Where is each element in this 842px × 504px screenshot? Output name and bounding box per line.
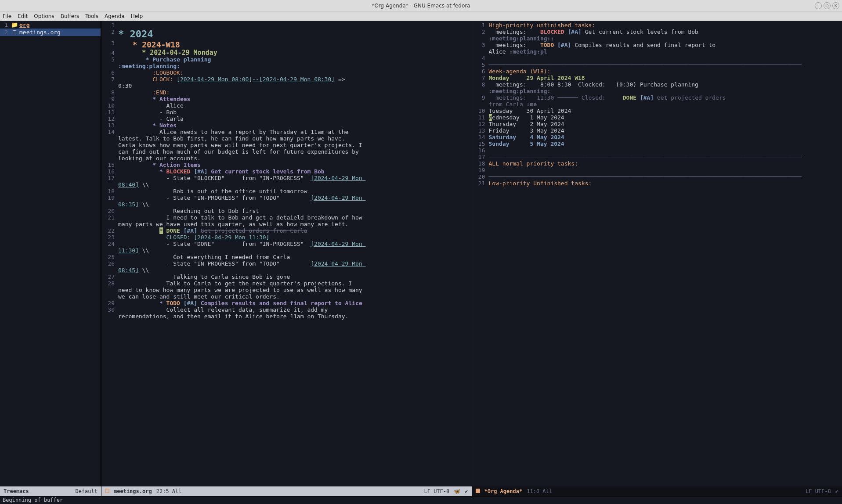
line-number: 29 — [101, 300, 118, 306]
line-content: CLOCK: [2024-04-29 Mon 08:00]--[2024-04-… — [118, 76, 364, 89]
line-number: 15 — [472, 140, 489, 147]
menu-file[interactable]: File — [3, 13, 11, 19]
save-icon — [105, 488, 109, 494]
code-line[interactable]: 18 Bob is out of the office until tomorr… — [101, 188, 472, 194]
line-content: Thursday 2 May 2024 — [489, 121, 735, 127]
line-number: 11 — [472, 114, 489, 121]
line-content: ────────────────────────────────────────… — [489, 61, 735, 68]
code-line[interactable]: 17 - State "BLOCKED" from "IN-PROGRESS" … — [101, 175, 472, 188]
editor-pane-agenda[interactable]: 1High-priority unfinished tasks:2 meetin… — [472, 21, 842, 486]
code-line[interactable]: 9 meetings: 11:30 ────── Closed: DONE [#… — [472, 94, 842, 108]
menu-tools[interactable]: Tools — [85, 13, 98, 19]
code-line[interactable]: 16 — [472, 147, 842, 154]
menu-agenda[interactable]: Agenda — [105, 13, 125, 19]
code-line[interactable]: 6 :LOGBOOK: — [101, 69, 472, 76]
code-line[interactable]: 23 CLOSED: [2024-04-29 Mon 11:30] — [101, 234, 472, 241]
code-line[interactable]: 14 Alice needs to have a report by Thurs… — [101, 129, 472, 162]
menu-help[interactable]: Help — [131, 13, 143, 19]
code-line[interactable]: 1 — [101, 22, 472, 29]
line-content: meetings: TODO [#A] Compiles results and… — [489, 42, 735, 55]
tree-file[interactable]: 2🗒meetings.org — [0, 29, 101, 36]
modeline-agenda[interactable]: *Org Agenda* 11:0 All LF UTF-8 ✔ — [472, 486, 842, 496]
editor-pane-meetings[interactable]: 12* 20243 * 2024-W184 * 2024-04-29 Monda… — [101, 21, 472, 486]
code-line[interactable]: 12Thursday 2 May 2024 — [472, 121, 842, 127]
code-line[interactable]: 27 Talking to Carla since Bob is gone — [101, 274, 472, 280]
code-line[interactable]: 10Tuesday 30 April 2024 — [472, 108, 842, 114]
line-content: * 2024-W18 — [118, 40, 364, 50]
line-number: 10 — [101, 102, 118, 109]
minibuffer[interactable]: Beginning of buffer — [0, 496, 842, 504]
code-line[interactable]: 4 — [472, 55, 842, 61]
code-line[interactable]: 13 * Notes — [101, 122, 472, 129]
code-line[interactable]: 9 * Attendees — [101, 96, 472, 102]
code-line[interactable]: 2 meetings: BLOCKED [#A] Get current sto… — [472, 29, 842, 42]
menu-options[interactable]: Options — [34, 13, 54, 19]
modeline-encoding: LF UTF-8 — [806, 488, 831, 494]
modeline-buffer-name: *Org Agenda* — [484, 488, 523, 494]
code-line[interactable]: 7 CLOCK: [2024-04-29 Mon 08:00]--[2024-0… — [101, 76, 472, 89]
modeline-editor[interactable]: meetings.org 22:5 All LF UTF-8 🦋 ✔ — [101, 486, 472, 496]
modeline-mode: Default — [75, 488, 98, 494]
line-number: 4 — [472, 55, 489, 61]
window-titlebar: *Org Agenda* - GNU Emacs at fedora – ◇ × — [0, 0, 842, 11]
line-content: meetings: BLOCKED [#A] Get current stock… — [489, 29, 735, 42]
line-content: Monday 29 April 2024 W18 — [489, 75, 735, 81]
code-line[interactable]: 18ALL normal priority tasks: — [472, 160, 842, 167]
code-line[interactable]: 4 * 2024-04-29 Monday — [101, 50, 472, 56]
code-line[interactable]: 30 Collect all relevant data, summarize … — [101, 306, 472, 320]
code-line[interactable]: 8 meetings: 8:00-8:30 Clocked: (0:30) Pu… — [472, 81, 842, 94]
code-line[interactable]: 29 * TODO [#A] Compiles results and send… — [101, 300, 472, 306]
line-number: 18 — [101, 188, 118, 194]
code-line[interactable]: 25 Got everything I needed from Carla — [101, 254, 472, 260]
line-content: Saturday 4 May 2024 — [489, 134, 735, 140]
code-line[interactable]: 19 — [472, 167, 842, 173]
code-line[interactable]: 13Friday 3 May 2024 — [472, 127, 842, 134]
modeline-treemacs[interactable]: Treemacs Default — [0, 486, 101, 496]
code-line[interactable]: 8 :END: — [101, 89, 472, 96]
line-content — [489, 167, 735, 173]
code-line[interactable]: 12 - Carla — [101, 115, 472, 122]
code-line[interactable]: 11 - Bob — [101, 109, 472, 115]
code-line[interactable]: 7Monday 29 April 2024 W18 — [472, 75, 842, 81]
tree-dir[interactable]: 1📁org — [0, 21, 101, 29]
modeline-row: Treemacs Default meetings.org 22:5 All L… — [0, 486, 842, 496]
code-line[interactable]: 14Saturday 4 May 2024 — [472, 134, 842, 140]
code-line[interactable]: 15Sunday 5 May 2024 — [472, 140, 842, 147]
menu-buffers[interactable]: Buffers — [61, 13, 80, 19]
minimize-icon[interactable]: – — [815, 2, 822, 9]
check-icon: ✔ — [465, 488, 468, 494]
line-number: 27 — [101, 274, 118, 280]
folder-icon: 📁 — [11, 21, 18, 29]
line-content: Talk to Carla to get the next quarter's … — [118, 280, 364, 300]
code-line[interactable]: 11Wednesday 1 May 2024 — [472, 114, 842, 121]
line-number: 14 — [101, 129, 118, 162]
line-content: :END: — [118, 89, 364, 96]
code-line[interactable]: 3 * 2024-W18 — [101, 40, 472, 50]
menu-edit[interactable]: Edit — [18, 13, 28, 19]
code-line[interactable]: 22 * DONE [#A] Get projected orders from… — [101, 227, 472, 234]
maximize-icon[interactable]: ◇ — [824, 2, 831, 9]
code-line[interactable]: 10 - Alice — [101, 102, 472, 109]
line-content: Friday 3 May 2024 — [489, 127, 735, 134]
code-line[interactable]: 6Week-agenda (W18): — [472, 68, 842, 75]
line-number: 20 — [472, 173, 489, 180]
code-line[interactable]: 19 - State "IN-PROGRESS" from "TODO" [20… — [101, 194, 472, 208]
line-content: * Purchase planning :meeting:planning: — [118, 56, 364, 69]
code-line[interactable]: 24 - State "DONE" from "IN-PROGRESS" [20… — [101, 241, 472, 254]
code-line[interactable]: 21Low-priority Unfinished tasks: — [472, 180, 842, 187]
code-line[interactable]: 26 - State "IN-PROGRESS" from "TODO" [20… — [101, 260, 472, 274]
code-line[interactable]: 3 meetings: TODO [#A] Compiles results a… — [472, 42, 842, 55]
code-line[interactable]: 17──────────────────────────────────────… — [472, 154, 842, 160]
code-line[interactable]: 28 Talk to Carla to get the next quarter… — [101, 280, 472, 300]
code-line[interactable]: 5 * Purchase planning :meeting:planning: — [101, 56, 472, 69]
close-icon[interactable]: × — [832, 2, 839, 9]
code-line[interactable]: 21 I need to talk to Bob and get a detai… — [101, 214, 472, 227]
treemacs-sidebar[interactable]: 1📁org2🗒meetings.org — [0, 21, 101, 486]
code-line[interactable]: 20──────────────────────────────────────… — [472, 173, 842, 180]
code-line[interactable]: 1High-priority unfinished tasks: — [472, 22, 842, 29]
code-line[interactable]: 20 Reaching out to Bob first — [101, 208, 472, 214]
code-line[interactable]: 16 * BLOCKED [#A] Get current stock leve… — [101, 168, 472, 175]
code-line[interactable]: 2* 2024 — [101, 29, 472, 40]
code-line[interactable]: 5───────────────────────────────────────… — [472, 61, 842, 68]
code-line[interactable]: 15 * Action Items — [101, 162, 472, 168]
